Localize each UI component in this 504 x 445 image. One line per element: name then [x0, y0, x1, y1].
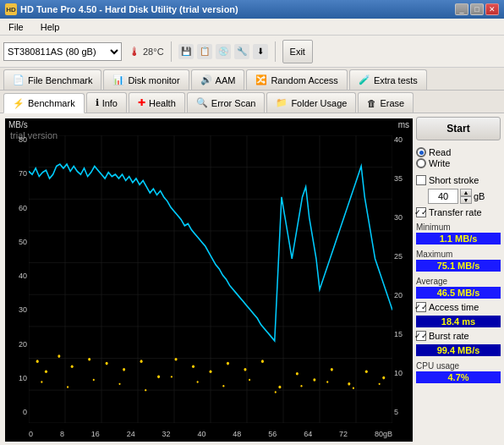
chart-label-ms: ms — [398, 120, 409, 129]
toolbar-icon-5[interactable]: ⬇ — [253, 44, 268, 59]
tab-health[interactable]: ✚ Health — [129, 92, 185, 113]
write-radio[interactable] — [416, 158, 426, 168]
tab-erase[interactable]: 🗑 Erase — [358, 92, 414, 113]
start-button[interactable]: Start — [416, 117, 501, 140]
x-axis: 0 8 16 24 32 40 48 56 64 72 80gB — [29, 430, 392, 438]
right-panel: Start Read Write Short stroke 40 ▲ ▼ gB — [413, 113, 504, 445]
burst-rate-row[interactable]: ✓ Burst rate — [416, 331, 501, 341]
exit-button[interactable]: Exit — [282, 40, 313, 63]
burst-rate-checkbox[interactable]: ✓ — [416, 331, 426, 341]
app-icon: HD — [5, 3, 17, 15]
access-time-checkbox[interactable]: ✓ — [416, 302, 426, 312]
transfer-rate-checkbox[interactable]: ✓ — [416, 207, 426, 217]
svg-point-41 — [365, 370, 368, 373]
svg-point-46 — [118, 383, 120, 385]
svg-point-52 — [275, 391, 277, 393]
write-label: Write — [429, 158, 450, 168]
svg-point-45 — [93, 379, 95, 381]
read-radio[interactable] — [416, 147, 426, 157]
svg-point-30 — [175, 358, 178, 361]
maximum-value: 75.1 MB/s — [416, 260, 501, 272]
access-time-value: 18.4 ms — [416, 316, 501, 327]
svg-point-47 — [145, 389, 146, 391]
temperature-display: 🌡 28°C — [129, 45, 164, 58]
maximum-block: Maximum 75.1 MB/s — [416, 250, 501, 272]
close-button[interactable]: ✕ — [485, 3, 499, 15]
toolbar-icon-2[interactable]: 📋 — [197, 44, 212, 59]
tab-disk-monitor[interactable]: 📊 Disk monitor — [103, 69, 189, 90]
short-stroke-unit: gB — [474, 191, 485, 201]
separator-1 — [171, 41, 172, 62]
maximize-button[interactable]: □ — [470, 3, 484, 15]
spin-buttons[interactable]: ▲ ▼ — [460, 189, 472, 204]
short-stroke-value-row: 40 ▲ ▼ gB — [428, 189, 501, 204]
tab-aam[interactable]: 🔊 AAM — [191, 69, 245, 90]
write-radio-row[interactable]: Write — [416, 158, 501, 168]
window-controls[interactable]: _ □ ✕ — [455, 3, 499, 15]
help-menu[interactable]: Help — [36, 21, 65, 33]
svg-point-33 — [227, 362, 229, 365]
svg-point-24 — [71, 365, 74, 368]
average-label: Average — [416, 277, 501, 286]
svg-point-40 — [348, 382, 350, 386]
tab-extra-tests[interactable]: 🧪 Extra tests — [349, 69, 427, 90]
spin-down-button[interactable]: ▼ — [460, 196, 472, 204]
burst-rate-value: 99.4 MB/s — [416, 344, 501, 356]
short-stroke-label: Short stroke — [429, 175, 479, 185]
cpu-usage-block: CPU usage 4.7% — [416, 361, 501, 383]
toolbar: ST380811AS (80 gB) 🌡 28°C 💾 📋 💿 🔧 ⬇ Exit — [0, 36, 504, 68]
erase-label: Erase — [380, 98, 404, 108]
tab-folder-usage[interactable]: 📁 Folder Usage — [266, 92, 356, 113]
short-stroke-checkbox[interactable] — [416, 175, 426, 185]
short-stroke-row[interactable]: Short stroke — [416, 175, 501, 185]
minimum-label: Minimum — [416, 222, 501, 232]
menu-bar: File Help — [0, 19, 504, 36]
drive-select[interactable]: ST380811AS (80 gB) — [3, 42, 122, 61]
toolbar-icon-4[interactable]: 🔧 — [234, 44, 249, 59]
svg-point-31 — [192, 365, 194, 368]
transfer-rate-row[interactable]: ✓ Transfer rate — [416, 207, 501, 217]
file-menu[interactable]: File — [3, 21, 29, 33]
tab-benchmark[interactable]: ⚡ Benchmark — [3, 93, 85, 113]
title-bar: HD HD Tune Pro 4.50 - Hard Disk Utility … — [0, 0, 504, 19]
svg-point-38 — [313, 378, 315, 382]
svg-point-50 — [222, 385, 224, 387]
read-radio-row[interactable]: Read — [416, 147, 501, 157]
chart-label-mbs: MB/s — [8, 120, 28, 129]
file-benchmark-label: File Benchmark — [28, 75, 92, 85]
benchmark-label: Benchmark — [28, 98, 75, 108]
minimize-button[interactable]: _ — [455, 3, 468, 15]
svg-point-42 — [382, 376, 385, 380]
svg-point-28 — [140, 360, 143, 363]
svg-point-27 — [123, 368, 125, 371]
chart-canvas — [29, 135, 392, 423]
svg-point-43 — [41, 381, 42, 382]
svg-point-48 — [171, 376, 173, 377]
file-benchmark-icon: 📄 — [13, 74, 25, 85]
benchmark-icon: ⚡ — [13, 98, 25, 109]
chart-area: MB/s ms trial version 80 70 60 50 40 30 … — [5, 118, 413, 442]
tab-file-benchmark[interactable]: 📄 File Benchmark — [3, 69, 101, 90]
svg-point-53 — [300, 385, 302, 387]
access-time-row[interactable]: ✓ Access time — [416, 302, 501, 312]
svg-point-56 — [379, 383, 381, 385]
short-stroke-input[interactable]: 40 — [428, 189, 458, 204]
tab-random-access[interactable]: 🔀 Random Access — [246, 69, 347, 90]
toolbar-icon-1[interactable]: 💾 — [178, 44, 194, 59]
maximum-label: Maximum — [416, 250, 501, 259]
svg-point-44 — [67, 386, 68, 387]
main-content: MB/s ms trial version 80 70 60 50 40 30 … — [0, 113, 504, 445]
health-label: Health — [149, 98, 176, 108]
toolbar-icon-3[interactable]: 💿 — [216, 44, 231, 59]
minimum-block: Minimum 1.1 MB/s — [416, 222, 501, 244]
spin-up-button[interactable]: ▲ — [460, 189, 472, 196]
transfer-rate-label: Transfer rate — [429, 207, 482, 217]
svg-point-54 — [326, 381, 328, 382]
tab-info[interactable]: ℹ Info — [86, 92, 127, 113]
random-access-icon: 🔀 — [255, 74, 267, 85]
tab-error-scan[interactable]: 🔍 Error Scan — [187, 92, 266, 113]
svg-point-37 — [296, 372, 299, 376]
aam-label: AAM — [216, 75, 236, 85]
title-text: HD Tune Pro 4.50 - Hard Disk Utility (tr… — [20, 4, 238, 14]
svg-point-29 — [157, 376, 160, 379]
